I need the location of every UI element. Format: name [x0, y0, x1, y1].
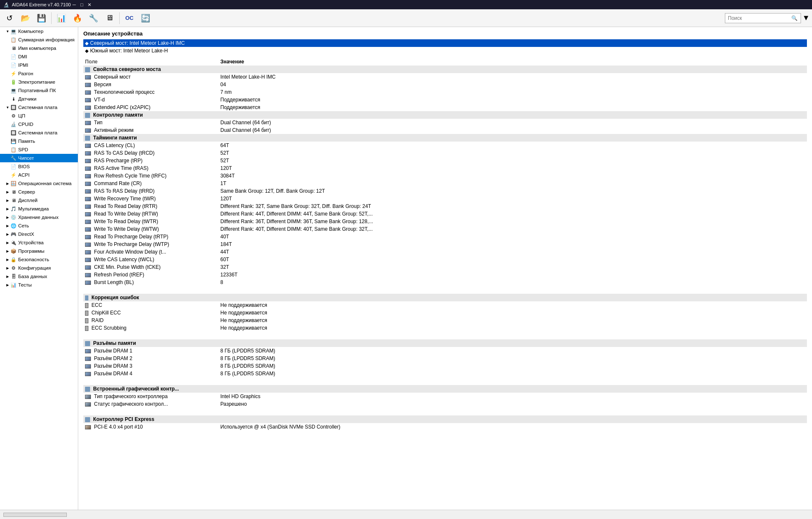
oc-button[interactable]: OC	[122, 11, 137, 26]
field-value: 04	[219, 81, 807, 88]
sidebar-group-multimedia[interactable]: ▶ 🎵 Мультимедиа	[0, 205, 78, 213]
section-memory-controller: Контроллер памяти	[83, 111, 807, 119]
chevron-right-icon: ▶	[5, 215, 10, 220]
sidebar-group-server[interactable]: ▶ 🖥 Сервер	[0, 188, 78, 196]
report-button[interactable]: 📊	[54, 11, 69, 26]
app-icon: 🔬	[3, 2, 9, 8]
chevron-right-icon: ▶	[5, 274, 10, 279]
chevron-right-icon: ▶	[5, 206, 10, 211]
device-northbridge[interactable]: ◆ Северный мост: Intel Meteor Lake-H IMC	[83, 39, 807, 47]
sidebar-group-security[interactable]: ▶ 🔒 Безопасность	[0, 255, 78, 264]
search-icon: 🔍	[791, 15, 798, 21]
sidebar-group-display[interactable]: ▶ 🖥 Дисплей	[0, 196, 78, 205]
field-label: Версия	[83, 81, 219, 88]
open-button[interactable]: 📂	[18, 11, 33, 26]
section-label: Коррекция ошибок	[83, 294, 807, 301]
sidebar-item-dmi[interactable]: 📄 DMI	[0, 52, 78, 61]
sidebar-item-label: Суммарная информация	[18, 37, 74, 42]
table-row: Разъём DRAM 1 8 ГБ (LPDDR5 SDRAM)	[83, 347, 807, 355]
refresh-button[interactable]: ↺	[2, 11, 17, 26]
tools-button[interactable]: 🔧	[86, 11, 101, 26]
sidebar-item-label: Программы	[18, 249, 44, 254]
sidebar-group-storage[interactable]: ▶ 💿 Хранение данных	[0, 213, 78, 221]
sidebar-group-os[interactable]: ▶ 🪟 Операционная система	[0, 179, 78, 188]
tests-icon: 📊	[10, 281, 17, 288]
section-label: Контроллер памяти	[83, 111, 807, 119]
chevron-right-icon: ▶	[5, 257, 10, 262]
sidebar-item-power[interactable]: 🔋 Электропитание	[0, 78, 78, 86]
field-value: 120T	[219, 164, 807, 172]
sidebar-item-label: Датчики	[18, 96, 36, 101]
sidebar-item-label: Операционная система	[18, 181, 71, 186]
table-row: Write To Write Delay (tWTW) Different Ra…	[83, 225, 807, 233]
window-controls: ─ □ ✕	[71, 1, 93, 8]
sidebar-item-motherboard[interactable]: 🔲 Системная плата	[0, 128, 78, 137]
toolbar-separator-1	[51, 12, 52, 24]
table-row: Тип графического контроллера Intel HD Gr…	[83, 393, 807, 400]
save-button[interactable]: 💾	[34, 11, 49, 26]
field-value: Поддерживается	[219, 96, 807, 104]
sidebar-item-chipset[interactable]: 🔧 Чипсет	[0, 154, 78, 162]
sidebar-item-overclock[interactable]: ⚡ Разгон	[0, 69, 78, 78]
table-row: RAS To CAS Delay (tRCD) 52T	[83, 149, 807, 157]
sidebar-group-motherboard[interactable]: ▼ 🔲 Системная плата	[0, 103, 78, 112]
field-label: Тип	[83, 119, 219, 126]
sidebar-item-label: Устройства	[18, 240, 44, 245]
minimize-button[interactable]: ─	[71, 1, 77, 8]
sidebar-item-bios[interactable]: 📄 BIOS	[0, 162, 78, 171]
table-row: ChipKill ECC Не поддерживается	[83, 309, 807, 317]
sidebar-item-label: Системная плата	[18, 105, 58, 110]
sidebar-item-acpi[interactable]: ⚡ ACPI	[0, 171, 78, 179]
search-options-button[interactable]: ▼	[802, 11, 810, 26]
sidebar-item-ipmi[interactable]: 📄 IPMI	[0, 61, 78, 69]
field-label: ECC	[83, 301, 219, 309]
chevron-right-icon: ▶	[5, 232, 10, 237]
database-icon: 🗄	[10, 273, 17, 280]
sidebar-group-config[interactable]: ▶ ⚙ Конфигурация	[0, 264, 78, 272]
table-row: RAS Precharge (tRP) 52T	[83, 157, 807, 164]
section-ecc: Коррекция ошибок	[83, 294, 807, 301]
sidebar-group-programs[interactable]: ▶ 📦 Программы	[0, 247, 78, 255]
sidebar-item-computer-name[interactable]: 🖥 Имя компьютера	[0, 44, 78, 52]
mb-icon: 🔲	[10, 129, 17, 136]
sidebar-group-database[interactable]: ▶ 🗄 База данных	[0, 272, 78, 281]
sidebar: ▼ 💻 Компьютер 📋 Суммарная информация 🖥 И…	[0, 27, 78, 510]
table-row: Burst Length (BL) 8	[83, 279, 807, 286]
field-value: 44T	[219, 248, 807, 256]
field-label: Активный режим	[83, 126, 219, 134]
field-value: Different Rank: 36T, Different DIMM: 36T…	[219, 218, 807, 225]
sidebar-item-memory[interactable]: 💾 Память	[0, 137, 78, 145]
close-button[interactable]: ✕	[86, 1, 93, 8]
table-row: CKE Min. Pulse Width (tCKE) 32T	[83, 263, 807, 271]
table-row-four-activate: Four Activate Window Delay (t... 44T	[83, 248, 807, 256]
main-layout: ▼ 💻 Компьютер 📋 Суммарная информация 🖥 И…	[0, 27, 812, 510]
computer-name-icon: 🖥	[10, 45, 17, 52]
update-button[interactable]: 🔄	[138, 11, 153, 26]
sidebar-group-directx[interactable]: ▶ 🎮 DirectX	[0, 230, 78, 238]
sidebar-group-computer[interactable]: ▼ 💻 Компьютер	[0, 27, 78, 36]
benchmark-button[interactable]: 🔥	[70, 11, 85, 26]
sidebar-group-tests[interactable]: ▶ 📊 Тесты	[0, 281, 78, 289]
field-label: Write To Precharge Delay (tWTP)	[83, 240, 219, 248]
sidebar-item-label: DMI	[18, 54, 27, 59]
field-value: 64T	[219, 142, 807, 149]
display-button[interactable]: 🖥	[102, 11, 117, 26]
display-icon: 🖥	[10, 197, 17, 204]
sidebar-item-label: SPD	[18, 147, 28, 152]
sidebar-group-devices[interactable]: ▶ 🔌 Устройства	[0, 238, 78, 247]
sidebar-item-sensors[interactable]: 🌡 Датчики	[0, 95, 78, 103]
field-value: Different Rank: 40T, Different DIMM: 40T…	[219, 225, 807, 233]
section-northbridge-props: Свойства северного моста	[83, 66, 807, 73]
sidebar-item-summary[interactable]: 📋 Суммарная информация	[0, 36, 78, 44]
sidebar-group-network[interactable]: ▶ 🌐 Сеть	[0, 221, 78, 230]
sidebar-item-spd[interactable]: 📋 SPD	[0, 145, 78, 154]
programs-icon: 📦	[10, 248, 17, 254]
field-label: Burst Length (BL)	[83, 279, 219, 286]
section-label: Тайминги памяти	[83, 134, 807, 142]
sidebar-item-cpuid[interactable]: 🔬 CPUID	[0, 120, 78, 128]
sidebar-item-cpu[interactable]: ⚙ ЦП	[0, 112, 78, 120]
sidebar-item-portable[interactable]: 💻 Портативный ПК	[0, 86, 78, 95]
search-input[interactable]	[728, 15, 791, 21]
maximize-button[interactable]: □	[78, 1, 85, 8]
device-southbridge[interactable]: ◆ Южный мост: Intel Meteor Lake-H	[83, 47, 807, 55]
